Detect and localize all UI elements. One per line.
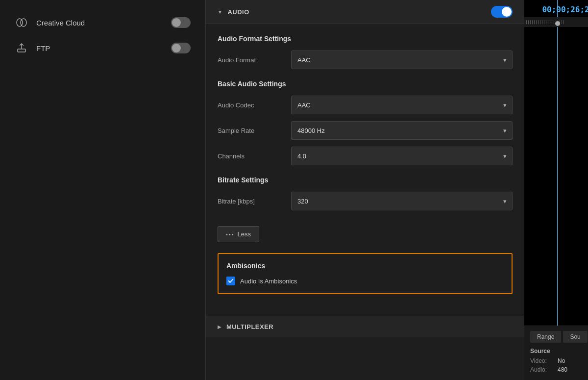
left-panel: Creative Cloud FTP <box>0 0 206 380</box>
creative-cloud-toggle[interactable] <box>171 17 191 28</box>
tick <box>548 20 548 24</box>
audio-header-left: ▼ AUDIO <box>218 8 249 16</box>
source-video-key: Video: <box>530 357 555 364</box>
sample-rate-row: Sample Rate 48000 Hz 44100 Hz 96000 Hz <box>218 121 513 140</box>
ftp-icon <box>15 41 28 55</box>
audio-format-select[interactable]: AAC MP3 PCM <box>291 51 513 69</box>
range-tab[interactable]: Range <box>530 331 561 343</box>
bottom-bar: Range Sou Source Video: No Audio: 480 <box>524 326 588 380</box>
less-button[interactable]: ••• Less <box>218 226 259 242</box>
bitrate-label: Bitrate [kbps] <box>218 198 291 205</box>
creative-cloud-item: Creative Cloud <box>0 10 205 35</box>
tick <box>564 20 564 24</box>
ftp-toggle[interactable] <box>171 43 191 53</box>
ambisonics-checkbox-row: Audio Is Ambisonics <box>226 277 504 285</box>
audio-codec-row: Audio Codec AAC MP3 <box>218 96 513 114</box>
audio-codec-select-wrapper: AAC MP3 <box>291 96 513 114</box>
tick <box>550 20 550 24</box>
timecode-display: 00;00;26;2 <box>542 5 588 14</box>
tick <box>530 20 531 24</box>
audio-section-header[interactable]: ▼ AUDIO <box>206 0 524 24</box>
audio-codec-select[interactable]: AAC MP3 <box>291 96 513 114</box>
tick <box>526 20 527 24</box>
channels-row: Channels 4.0 2.0 1.0 5.1 <box>218 147 513 165</box>
audio-header-label: AUDIO <box>227 8 249 16</box>
channels-select-wrapper: 4.0 2.0 1.0 5.1 <box>291 147 513 165</box>
source-title: Source <box>530 348 588 355</box>
tick <box>546 20 546 24</box>
svg-point-1 <box>21 19 26 26</box>
source-audio-row: Audio: 480 <box>530 366 588 373</box>
playhead-line <box>557 0 558 326</box>
bitrate-row: Bitrate [kbps] 320 256 192 128 <box>218 192 513 210</box>
ambisonics-section: Ambisonics Audio Is Ambisonics <box>218 253 513 294</box>
less-button-label: Less <box>238 230 251 238</box>
audio-chevron-icon: ▼ <box>218 9 222 15</box>
tick <box>534 20 535 24</box>
basic-audio-settings: Basic Audio Settings Audio Codec AAC MP3… <box>218 80 513 165</box>
sample-rate-select[interactable]: 48000 Hz 44100 Hz 96000 Hz <box>291 121 513 140</box>
middle-panel: ▼ AUDIO Audio Format Settings Audio Form… <box>206 0 524 380</box>
timeline-ruler <box>524 17 588 27</box>
sample-rate-label: Sample Rate <box>218 127 291 134</box>
multiplexer-chevron-icon: ▶ <box>218 324 221 329</box>
audio-section-toggle[interactable] <box>491 6 513 18</box>
tick <box>542 20 542 24</box>
bottom-tabs: Range Sou <box>530 331 588 343</box>
source-info: Source Video: No Audio: 480 <box>530 348 588 373</box>
creative-cloud-icon <box>15 16 28 29</box>
channels-select[interactable]: 4.0 2.0 1.0 5.1 <box>291 147 513 165</box>
ambisonics-title: Ambisonics <box>226 262 504 270</box>
tick <box>544 20 544 24</box>
bitrate-settings: Bitrate Settings Bitrate [kbps] 320 256 … <box>218 176 513 210</box>
audio-codec-label: Audio Codec <box>218 101 291 109</box>
tick <box>554 20 554 24</box>
tick <box>540 20 540 24</box>
tick <box>562 20 562 24</box>
audio-is-ambisonics-checkbox[interactable] <box>226 277 235 285</box>
ftp-label: FTP <box>36 44 163 52</box>
multiplexer-label: MULTIPLEXER <box>226 323 273 330</box>
source-audio-value: 480 <box>558 366 567 373</box>
source-video-row: Video: No <box>530 357 588 364</box>
multiplexer-header[interactable]: ▶ MULTIPLEXER <box>206 316 524 337</box>
audio-is-ambisonics-label: Audio Is Ambisonics <box>240 278 297 285</box>
right-panel: 00;00;26;2 <box>524 0 588 380</box>
timeline-area: 00;00;26;2 <box>524 0 588 326</box>
audio-content-area: Audio Format Settings Audio Format AAC M… <box>206 35 524 306</box>
source-tab[interactable]: Sou <box>563 331 587 343</box>
svg-rect-2 <box>18 49 25 52</box>
tick <box>552 20 552 24</box>
audio-format-label: Audio Format <box>218 56 291 64</box>
playhead-circle <box>555 21 560 26</box>
source-audio-key: Audio: <box>530 366 555 373</box>
audio-format-select-wrapper: AAC MP3 PCM <box>291 51 513 69</box>
less-dots-icon: ••• <box>226 231 235 237</box>
audio-format-title: Audio Format Settings <box>218 35 513 43</box>
sample-rate-select-wrapper: 48000 Hz 44100 Hz 96000 Hz <box>291 121 513 140</box>
ftp-item: FTP <box>0 35 205 61</box>
audio-format-settings: Audio Format Settings Audio Format AAC M… <box>218 35 513 69</box>
tick <box>532 20 533 24</box>
audio-format-row: Audio Format AAC MP3 PCM <box>218 51 513 69</box>
bitrate-title: Bitrate Settings <box>218 176 513 184</box>
bitrate-select[interactable]: 320 256 192 128 <box>291 192 513 210</box>
tick <box>528 20 529 24</box>
tick <box>538 20 539 24</box>
creative-cloud-label: Creative Cloud <box>36 19 163 27</box>
tick <box>536 20 537 24</box>
basic-audio-title: Basic Audio Settings <box>218 80 513 88</box>
bitrate-select-wrapper: 320 256 192 128 <box>291 192 513 210</box>
channels-label: Channels <box>218 152 291 160</box>
source-video-value: No <box>558 357 565 364</box>
